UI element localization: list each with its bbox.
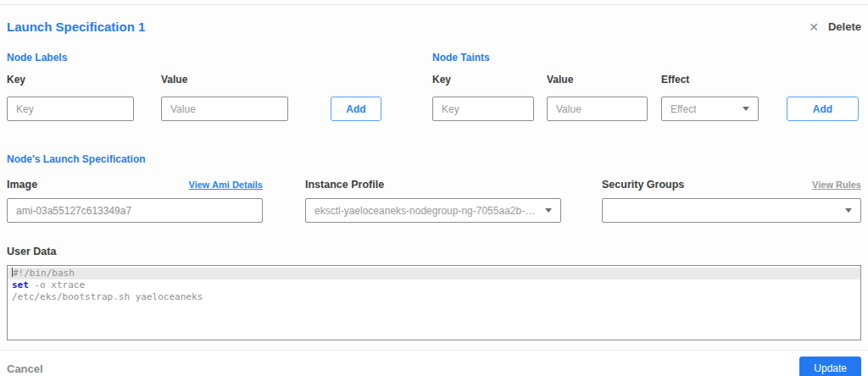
node-labels-key-input[interactable]	[7, 97, 134, 121]
node-labels-section: Node Labels Key Value Add	[7, 52, 432, 121]
user-data-label: User Data	[7, 246, 861, 257]
chevron-down-icon	[545, 208, 552, 213]
cancel-button[interactable]: Cancel	[7, 362, 43, 375]
node-labels-value-input[interactable]	[161, 97, 288, 121]
close-icon[interactable]: ✕	[809, 21, 819, 33]
footer: Cancel Update	[0, 351, 868, 376]
user-data-section: User Data #!/bin/bashset -o xtrace/etc/e…	[7, 246, 861, 340]
code-token-plain: -o xtrace	[29, 279, 85, 290]
view-ami-details-link[interactable]: View Ami Details	[189, 180, 263, 190]
top-divider	[0, 4, 868, 5]
chevron-down-icon	[743, 107, 749, 111]
code-line: #!/bin/bash	[8, 268, 860, 279]
code-token-plain: /etc/eks/bootstrap.sh yaeloceaneks	[12, 291, 203, 302]
spec-header: Launch Specification 1 ✕ Delete	[7, 19, 861, 34]
launch-spec-title: Node's Launch Specification	[7, 153, 861, 165]
node-taints-value-label: Value	[547, 74, 648, 86]
instance-profile-field-group: Instance Profile eksctl-yaeloceaneks-nod…	[305, 179, 561, 223]
code-line: set -o xtrace	[8, 279, 860, 291]
view-rules-link[interactable]: View Rules	[812, 180, 861, 190]
delete-label: Delete	[828, 20, 861, 33]
node-labels-key-label: Key	[7, 74, 134, 86]
node-taints-value-input[interactable]	[547, 97, 648, 121]
image-label: Image	[7, 179, 37, 191]
instance-profile-select[interactable]: eksctl-yaeloceaneks-nodegroup-ng-7055aa2…	[305, 198, 561, 223]
security-groups-label: Security Groups	[602, 179, 684, 191]
security-groups-field-group: Security Groups View Rules	[602, 179, 861, 223]
node-labels-add-button[interactable]: Add	[331, 97, 381, 121]
security-groups-select[interactable]	[602, 198, 861, 223]
node-taints-add-button[interactable]: Add	[787, 97, 859, 121]
page-title: Launch Specification 1	[7, 19, 145, 34]
instance-profile-label: Instance Profile	[305, 179, 384, 191]
node-taints-effect-placeholder: Effect	[670, 103, 696, 115]
chevron-down-icon	[845, 208, 852, 213]
image-field-group: Image View Ami Details	[7, 179, 263, 223]
node-labels-title: Node Labels	[7, 52, 432, 64]
node-labels-value-label: Value	[161, 74, 288, 86]
update-button[interactable]: Update	[799, 357, 861, 376]
code-line: /etc/eks/bootstrap.sh yaeloceaneks	[8, 291, 860, 303]
code-token-plain: #!/bin/bash	[13, 268, 75, 279]
image-input[interactable]	[7, 198, 263, 223]
instance-profile-value: eksctl-yaeloceaneks-nodegroup-ng-7055aa2…	[314, 205, 538, 217]
node-taints-title: Node Taints	[432, 52, 861, 64]
code-token-keyword: set	[12, 279, 29, 290]
node-taints-key-label: Key	[432, 74, 534, 86]
node-taints-key-input[interactable]	[432, 97, 534, 121]
delete-button[interactable]: ✕ Delete	[809, 20, 861, 33]
node-taints-effect-label: Effect	[661, 74, 759, 86]
node-taints-effect-select[interactable]: Effect	[661, 97, 759, 121]
node-taints-section: Node Taints Key Value Effect Effect	[432, 52, 861, 121]
user-data-editor[interactable]: #!/bin/bashset -o xtrace/etc/eks/bootstr…	[7, 265, 861, 340]
